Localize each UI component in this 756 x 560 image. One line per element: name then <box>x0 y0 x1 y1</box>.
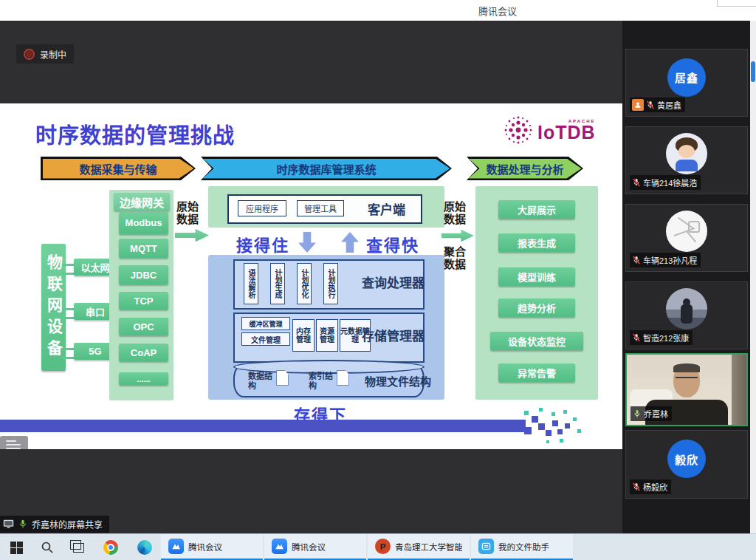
step-optimize: 计划优化 <box>297 263 312 304</box>
stage-analyze: 数据处理与分析 <box>467 157 583 180</box>
avatar <box>666 288 707 329</box>
task-view-button[interactable] <box>63 534 93 560</box>
mic-muted-icon <box>632 178 641 187</box>
raw-data-left-label: 原始数据 <box>176 200 202 226</box>
start-button[interactable] <box>1 534 31 560</box>
recording-badge: 录制中 <box>16 44 74 64</box>
app-alert: 异常告警 <box>498 363 575 382</box>
database-panel: 语法解析 计划生成 计划优化 计划执行 查询处理器 缓冲区管理 文件管理 内存管… <box>208 255 444 400</box>
data-structure-label: 数据结构 <box>248 372 273 391</box>
participant-tile[interactable]: 车辆214徐晨浩 <box>625 126 748 194</box>
flow-arrow-right-icon <box>441 229 474 242</box>
window-control-fragment <box>717 0 756 7</box>
task-view-icon <box>73 543 84 553</box>
stage-collect-label: 数据采集与传输 <box>43 159 194 179</box>
edge-gateway-title: 边缘网关 <box>114 193 170 211</box>
iotdb-dots-icon <box>502 114 535 146</box>
protocol-coap: CoAP <box>119 344 168 361</box>
slide-notes-button[interactable] <box>0 436 28 449</box>
raw-data-right-label: 原始数据 <box>444 200 469 226</box>
participant-tile[interactable]: 毅欣 杨毅欣 <box>625 430 748 499</box>
edge-icon <box>137 540 152 555</box>
participant-tile[interactable]: 智造212张康 <box>625 281 748 349</box>
mic-muted-icon <box>646 100 655 109</box>
chrome-icon <box>103 540 118 555</box>
powerpoint-icon: P <box>375 539 391 554</box>
protocol-more: ...... <box>119 372 168 385</box>
storage-manager-label: 存储管理器 <box>362 326 425 344</box>
taskbar-app-meeting-2[interactable]: 腾讯会议 <box>264 534 366 560</box>
file-assistant-icon <box>478 539 494 554</box>
record-icon <box>24 49 35 60</box>
search-button[interactable] <box>32 534 62 560</box>
mic-on-icon <box>633 409 642 418</box>
edge-button[interactable] <box>130 534 159 560</box>
physical-structure-label: 物理文件结构 <box>365 373 431 389</box>
iotdb-logo: APACHE IoTDB <box>502 114 596 146</box>
sidebar-scrollbar[interactable] <box>750 21 756 533</box>
app-trend: 趋势分析 <box>498 298 575 317</box>
windows-icon <box>10 542 23 554</box>
sm-buffer: 缓冲区管理 <box>241 317 290 330</box>
connector-icon <box>62 308 74 319</box>
sm-file: 文件管理 <box>241 332 290 346</box>
app-report: 报表生成 <box>498 233 575 252</box>
iot-devices-label: 物联网设备 <box>43 254 65 361</box>
participant-tile-video[interactable]: 乔嘉林 <box>625 353 748 426</box>
taskbar-app-meeting-1[interactable]: 腾讯会议 <box>161 534 263 560</box>
desktop: 腾讯会议 录制中 时序数据的管理挑战 <box>0 0 756 560</box>
avatar <box>666 133 707 174</box>
mic-muted-icon <box>632 256 641 264</box>
protocol-jdbc: JDBC <box>119 265 168 284</box>
connector-icon <box>62 264 74 275</box>
client-tool-box: 管理工具 <box>297 200 344 216</box>
arrow-down-icon <box>298 232 316 253</box>
step-parse: 语法解析 <box>244 263 258 304</box>
agg-data-label: 聚合数据 <box>444 245 469 271</box>
tencent-meeting-icon <box>272 539 287 554</box>
participant-name-tag: 车辆214徐晨浩 <box>630 175 701 190</box>
ingest-phrase: 接得住 <box>236 232 289 256</box>
flow-arrow-right-icon <box>175 228 209 242</box>
sm-memory: 内存管理 <box>292 319 315 352</box>
protocol-opc: OPC <box>119 318 168 335</box>
participant-tile[interactable]: 居鑫 黄居鑫 <box>625 49 748 117</box>
protocol-mqtt: MQTT <box>119 239 168 258</box>
mic-on-icon <box>18 519 27 529</box>
bottom-bar <box>0 420 526 432</box>
host-icon <box>632 99 644 111</box>
participant-name-tag: 乔嘉林 <box>630 406 672 421</box>
step-execute: 计划执行 <box>323 263 338 304</box>
step-plan: 计划生成 <box>270 263 285 304</box>
app-training: 模型训练 <box>498 267 575 286</box>
taskbar-app-file-assistant[interactable]: 我的文件助手 <box>471 534 573 560</box>
mic-muted-icon <box>632 482 641 491</box>
query-phrase: 查得快 <box>366 232 419 256</box>
avatar: 居鑫 <box>667 58 706 97</box>
participant-name-tag: 智造212张康 <box>630 330 693 345</box>
slide-title: 时序数据的管理挑战 <box>35 118 235 149</box>
arrow-up-icon <box>341 232 359 253</box>
query-processor-label: 查询处理器 <box>362 273 425 291</box>
avatar: 毅欣 <box>667 440 706 478</box>
participant-name-tag: 黄居鑫 <box>630 98 685 112</box>
avatar <box>666 211 707 252</box>
protocol-modbus: Modbus <box>119 212 168 234</box>
chrome-button[interactable] <box>96 534 126 560</box>
connector-icon <box>62 348 74 359</box>
analytics-panel: 大屏展示 报表生成 模型训练 趋势分析 设备状态监控 异常告警 <box>475 186 598 400</box>
meeting-window: 录制中 时序数据的管理挑战 <box>0 21 756 533</box>
taskbar-app-powerpoint[interactable]: P 青岛理工大学智能... <box>368 534 470 560</box>
participant-tile[interactable]: 车辆213孙凡程 <box>625 204 748 272</box>
stage-database: 时序数据库管理系统 <box>201 157 452 180</box>
search-icon <box>41 541 54 554</box>
shared-slide: 时序数据的管理挑战 <box>0 103 622 449</box>
participant-name-tag: 杨毅欣 <box>630 479 671 494</box>
index-structure-label: 索引结构 <box>309 372 334 391</box>
stage-analyze-label: 数据处理与分析 <box>469 159 582 179</box>
participant-name-tag: 车辆213孙凡程 <box>630 253 701 267</box>
client-app-box: 应用程序 <box>238 200 286 216</box>
scrollbar-thumb[interactable] <box>751 61 755 82</box>
stage-collect: 数据采集与传输 <box>41 157 196 180</box>
logo-name-label: IoTDB <box>537 123 596 142</box>
